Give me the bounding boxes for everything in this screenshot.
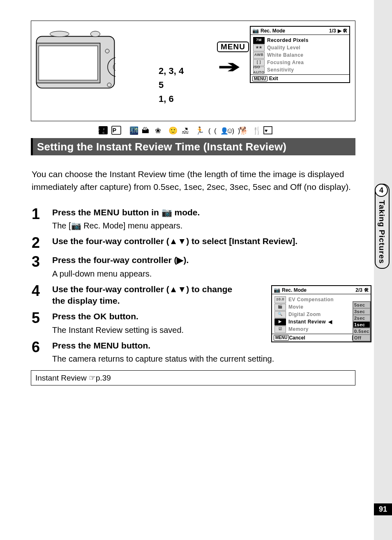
- menu-item: 7MRecorded Pixels: [253, 37, 347, 44]
- step-body: Press the MENU button.The camera returns…: [52, 340, 355, 365]
- menu-item-label: Memory: [288, 325, 309, 333]
- menu-item: ★★Quality Level: [253, 44, 347, 51]
- pulldown-option: 1sec: [353, 321, 370, 328]
- pulldown-option: Off: [353, 335, 370, 341]
- menu-item-label: Recorded Pixels: [267, 37, 309, 44]
- camera-icon: 📷: [274, 287, 280, 293]
- section-label: Taking Pictures: [376, 197, 388, 268]
- step-number: 5: [32, 311, 43, 335]
- pulldown-option: 3sec: [353, 308, 370, 315]
- camera-illustration: [35, 29, 115, 93]
- step-detail: The camera returns to capture status wit…: [52, 353, 355, 365]
- exit-label: Exit: [269, 76, 278, 81]
- callout: 1, 6: [159, 92, 184, 106]
- svg-text:🐕: 🐕: [239, 126, 252, 135]
- step-body: Use the four-way controller (▲▼) to sele…: [52, 235, 355, 250]
- tools-icon: 🛠: [364, 287, 369, 293]
- step-number: 2: [32, 235, 43, 250]
- menu-item-label: Digital Zoom: [288, 311, 321, 318]
- menu-item: [ ]Focusing Area: [253, 59, 347, 66]
- svg-text:🌃: 🌃: [129, 126, 142, 135]
- step-heading: Use the four-way controller (▲▼) to chan…: [52, 284, 239, 307]
- step: 3Press the four-way controller (▶).A pul…: [32, 254, 355, 279]
- svg-text:🍴: 🍴: [252, 126, 265, 135]
- step-heading: Press the four-way controller (▶).: [52, 254, 239, 266]
- step-detail: A pull-down menu appears.: [52, 268, 239, 279]
- menu-item-icon: ★★: [253, 44, 265, 51]
- menu-key-label: MENU: [274, 335, 289, 341]
- svg-text:PICT: PICT: [99, 132, 113, 134]
- screen-page: 1/3: [329, 28, 336, 34]
- menu-item-label: Quality Level: [267, 44, 300, 51]
- svg-text:♥: ♥: [265, 128, 271, 134]
- menu-item-icon: AWB: [253, 52, 265, 59]
- step: 2Use the four-way controller (▲▼) to sel…: [32, 235, 355, 250]
- menu-item-icon: ☑: [274, 326, 286, 333]
- chevron-left-icon: ◀: [328, 318, 332, 325]
- callout: 2, 3, 4: [159, 64, 184, 78]
- step: 6Press the MENU button.The camera return…: [32, 340, 355, 365]
- step-number: 6: [32, 340, 43, 365]
- menu-item-label: Instant Review: [288, 318, 326, 325]
- pulldown-option: 2sec: [353, 315, 370, 321]
- step-number: 4: [32, 284, 43, 307]
- arrow-right-icon: ➔: [218, 57, 240, 76]
- camera-icon: 📷: [252, 28, 259, 34]
- menu-item-label: Sensitivity: [267, 66, 294, 74]
- svg-point-4: [90, 31, 100, 37]
- step-number: 3: [32, 254, 43, 279]
- section-heading: Setting the Instant Review Time (Instant…: [31, 138, 355, 155]
- svg-text:🙂: 🙂: [168, 126, 181, 135]
- svg-text:🏔: 🏔: [142, 127, 153, 135]
- manual-page: 4 Taking Pictures 91: [0, 0, 392, 540]
- menu-item-label: Movie: [288, 303, 304, 311]
- figure-callouts: 2, 3, 4 5 1, 6: [159, 64, 184, 106]
- svg-text:🏃: 🏃: [195, 126, 208, 135]
- menu-button-label: MENU: [217, 42, 249, 52]
- menu-item-icon: ▶: [274, 318, 286, 325]
- intro-paragraph: You can choose the Instant Review time (…: [31, 164, 355, 198]
- tools-icon: ▶ 🛠: [338, 28, 348, 34]
- step-heading: Use the four-way controller (▲▼) to sele…: [52, 235, 355, 247]
- svg-text:P: P: [113, 127, 120, 134]
- menu-item-icon: 7M: [253, 37, 265, 44]
- step-body: Press the four-way controller (▶).A pull…: [52, 254, 239, 279]
- menu-item: ISO AUTOSensitivity: [253, 66, 347, 74]
- menu-item-icon: ISO AUTO: [253, 67, 265, 74]
- menu-item: AWBWhite Balance: [253, 51, 347, 59]
- step-number: 1: [32, 207, 43, 231]
- camera-screen-recmode-1: 📷 Rec. Mode 1/3 ▶ 🛠 7MRecorded Pixels★★Q…: [250, 26, 350, 83]
- step: 1Press the MENU button in 📷 mode.The [📷 …: [32, 207, 355, 231]
- instruction-figure: 2, 3, 4 5 1, 6 MENU ➔ 📷 Rec. Mode 1/3 ▶ …: [31, 21, 355, 121]
- pulldown-option: 5sec: [353, 302, 370, 308]
- screen-page: 2/3: [355, 287, 362, 293]
- screen-title: Rec. Mode: [261, 28, 285, 34]
- menu-key-label: MENU: [252, 76, 267, 81]
- callout: 5: [159, 78, 184, 92]
- section-tab: 4 Taking Pictures: [375, 184, 390, 269]
- svg-text:🏖: 🏖: [182, 127, 193, 135]
- menu-item-icon: 🔍: [274, 311, 286, 318]
- menu-item-label: EV Compensation: [288, 296, 334, 303]
- svg-text:☺: ☺: [226, 127, 237, 135]
- screen-title: Rec. Mode: [282, 287, 307, 293]
- step-detail: The [📷 Rec. Mode] menu appears.: [52, 220, 355, 231]
- menu-item-icon: 🎬: [274, 304, 286, 311]
- menu-item-label: White Balance: [267, 51, 304, 59]
- mode-icon-row: AUTOPICT P 🌃 🏔 ❀ 🙂 🏖 🏃 ((👤)) ☺ 🐕 🍴 ♥: [31, 121, 355, 138]
- step-body: Press the MENU button in 📷 mode.The [📷 R…: [52, 207, 355, 231]
- pulldown-option: 0.5sec: [353, 328, 370, 335]
- menu-item-icon: ±0.0: [274, 296, 286, 303]
- page-number: 91: [374, 503, 392, 515]
- step-body: Use the four-way controller (▲▼) to chan…: [52, 284, 239, 307]
- review-time-pulldown: 5sec3sec2sec1sec0.5secOff: [353, 301, 371, 342]
- page-sidebar: 4 Taking Pictures 91: [374, 0, 392, 540]
- cross-reference-box: Instant Review ☞p.39: [31, 370, 355, 385]
- camera-screen-recmode-2: 📷 Rec. Mode 2/3 🛠 ±0.0EV Compensation🎬Mo…: [271, 285, 371, 342]
- svg-text:❀: ❀: [155, 127, 165, 135]
- menu-item-label: Focusing Area: [267, 59, 304, 66]
- section-number: 4: [375, 184, 388, 197]
- cancel-label: Cancel: [289, 335, 305, 341]
- step-heading: Press the MENU button in 📷 mode.: [52, 207, 355, 218]
- svg-rect-2: [39, 46, 97, 80]
